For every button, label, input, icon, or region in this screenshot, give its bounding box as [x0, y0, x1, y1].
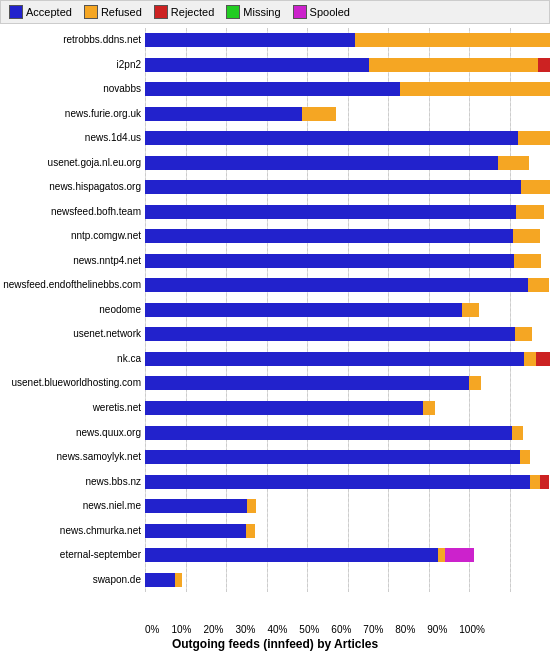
bar-stack	[145, 180, 550, 194]
y-label: weretis.net	[0, 403, 141, 413]
y-label: news.nntp4.net	[0, 256, 141, 266]
bar-segment-refused	[521, 180, 550, 194]
bar-row: 2151176	[145, 497, 550, 515]
bar-segment-accepted	[145, 131, 518, 145]
bar-segment-refused	[175, 573, 182, 587]
bar-segment-refused	[469, 376, 481, 390]
bar-segment-accepted	[145, 524, 246, 538]
bar-row: 6800250	[145, 374, 550, 392]
y-label: nntp.comgw.net	[0, 231, 141, 241]
bar-segment-refused	[515, 327, 532, 341]
x-tick: 30%	[235, 624, 255, 635]
bar-segment-accepted	[145, 229, 513, 243]
bar-stack	[145, 278, 549, 292]
bar-stack	[145, 205, 544, 219]
x-tick: 60%	[331, 624, 351, 635]
legend-color-rejected	[154, 5, 168, 19]
bar-row: 7786590	[145, 203, 550, 221]
y-label: novabbs	[0, 84, 141, 94]
bar-segment-refused	[512, 426, 523, 440]
bar-segment-refused	[438, 548, 445, 562]
bar-segment-accepted	[145, 573, 175, 587]
y-label: eternal-september	[0, 550, 141, 560]
bar-stack	[145, 499, 256, 513]
x-tick: 90%	[427, 624, 447, 635]
legend-label-spooled: Spooled	[310, 6, 350, 18]
bar-row: 8035453	[145, 276, 550, 294]
bar-row: 2128175	[145, 522, 550, 540]
bar-segment-accepted	[145, 327, 515, 341]
y-label: newsfeed.bofh.team	[0, 207, 141, 217]
x-tick: 70%	[363, 624, 383, 635]
bar-stack	[145, 352, 550, 366]
bar-segment-refused	[423, 401, 434, 415]
bar-segment-refused	[520, 450, 531, 464]
bar-segment-refused	[530, 475, 540, 489]
bar-row: 6157145	[145, 546, 550, 564]
bar-stack	[145, 524, 255, 538]
bar-segment-refused	[400, 82, 550, 96]
bar-row: 8073216	[145, 473, 550, 491]
bar-segment-accepted	[145, 156, 498, 170]
y-label: i2pn2	[0, 60, 141, 70]
bar-segment-refused	[524, 352, 536, 366]
legend-item-accepted: Accepted	[9, 5, 72, 19]
bar-stack	[145, 229, 540, 243]
x-tick: 10%	[171, 624, 191, 635]
bar-row: 638138	[145, 571, 550, 589]
bar-segment-accepted	[145, 278, 528, 292]
bar-row: 74645638	[145, 56, 550, 74]
bar-row: 7765351	[145, 325, 550, 343]
bar-segment-refused	[247, 499, 255, 513]
y-label: news.samoylyk.net	[0, 452, 141, 462]
chart-area: retrobbs.ddns.neti2pn2novabbsnews.furie.…	[0, 24, 550, 622]
bar-row: 8005680	[145, 129, 550, 147]
x-tick: 100%	[459, 624, 485, 635]
chart-container: AcceptedRefusedRejectedMissingSpooled re…	[0, 0, 550, 655]
bar-segment-accepted	[145, 205, 516, 219]
bar-segment-accepted	[145, 548, 438, 562]
bar-row: 7410653	[145, 154, 550, 172]
bar-stack	[145, 107, 336, 121]
bar-segment-spooled	[445, 548, 474, 562]
y-label: news.quux.org	[0, 428, 141, 438]
y-label: news.1d4.us	[0, 133, 141, 143]
legend-color-accepted	[9, 5, 23, 19]
bar-stack	[145, 327, 532, 341]
bar-stack	[145, 254, 541, 268]
bar-stack	[145, 58, 550, 72]
bar-row: 7724569	[145, 227, 550, 245]
bar-row: 7754558	[145, 252, 550, 270]
bar-segment-refused	[369, 58, 538, 72]
bar-row: 77564563	[145, 80, 550, 98]
bar-segment-refused	[246, 524, 254, 538]
bar-segment-rejected	[538, 58, 550, 72]
bar-row: 3294723	[145, 105, 550, 123]
bar-segment-refused	[302, 107, 336, 121]
legend-label-missing: Missing	[243, 6, 280, 18]
bar-row: 78557278	[145, 31, 550, 49]
legend-label-accepted: Accepted	[26, 6, 72, 18]
bar-stack	[145, 303, 479, 317]
bottom-section: 0%10%20%30%40%50%60%70%80%90%100% Outgoi…	[0, 622, 550, 655]
x-tick: 40%	[267, 624, 287, 635]
bar-segment-accepted	[145, 426, 512, 440]
x-tick: 0%	[145, 624, 159, 635]
bar-stack	[145, 426, 523, 440]
bar-stack	[145, 156, 529, 170]
bar-row: 7960618	[145, 178, 550, 196]
legend-item-spooled: Spooled	[293, 5, 350, 19]
y-label: usenet.goja.nl.eu.org	[0, 158, 141, 168]
y-label: usenet.network	[0, 329, 141, 339]
x-title: Outgoing feeds (innfeed) by Articles	[0, 637, 550, 651]
bar-segment-accepted	[145, 352, 524, 366]
y-label: nk.ca	[0, 354, 141, 364]
bar-segment-rejected	[540, 475, 550, 489]
bar-segment-refused	[513, 229, 540, 243]
y-label: news.bbs.nz	[0, 477, 141, 487]
bar-segment-rejected	[536, 352, 550, 366]
y-label: neodome	[0, 305, 141, 315]
x-tick: 80%	[395, 624, 415, 635]
bar-segment-accepted	[145, 180, 521, 194]
bar-stack	[145, 376, 481, 390]
